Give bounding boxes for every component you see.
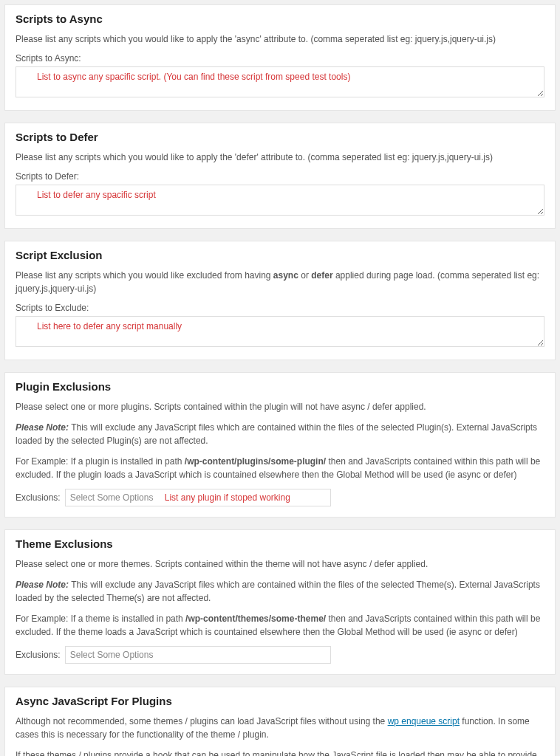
plugin-exclusions-select[interactable]: Select Some Options List any plugin if s… — [65, 489, 331, 506]
theme-exclusions-note: Please Note: This will exclude any JavaS… — [16, 578, 544, 605]
async-js-p1: Although not recommended, some themes / … — [16, 715, 544, 741]
theme-exclusions-desc: Please select one or more themes. Script… — [16, 557, 544, 571]
theme-exclusions-title: Theme Exclusions — [16, 537, 544, 550]
theme-exclusions-label: Exclusions: — [16, 650, 61, 660]
plugin-exclusions-note: Please Note: This will exclude any JavaS… — [16, 421, 544, 447]
plugin-exclusions-label: Exclusions: — [16, 492, 61, 503]
scripts-async-label: Scripts to Async: — [16, 53, 544, 63]
plugin-exclusions-row: Exclusions: Select Some Options List any… — [16, 489, 544, 506]
scripts-exclude-textarea[interactable]: List here to defer any script manually — [16, 316, 544, 347]
async-js-plugins-title: Async JavaScript For Plugins — [16, 695, 544, 707]
plugin-exclusions-panel: Plugin Exclusions Please select one or m… — [4, 372, 556, 518]
scripts-to-defer-panel: Scripts to Defer Please list any scripts… — [4, 123, 556, 229]
script-exclusion-title: Script Exclusion — [16, 249, 544, 261]
theme-exclusions-select[interactable]: Select Some Options — [65, 646, 331, 664]
plugin-exclusions-example: For Example: If a plugin is installed in… — [16, 455, 544, 481]
scripts-exclude-label: Scripts to Exclude: — [16, 303, 544, 313]
scripts-defer-title: Scripts to Defer — [16, 131, 544, 143]
script-exclusion-panel: Script Exclusion Please list any scripts… — [4, 241, 556, 360]
async-js-plugins-panel: Async JavaScript For Plugins Although no… — [4, 687, 556, 756]
scripts-to-async-panel: Scripts to Async Please list any scripts… — [4, 4, 556, 111]
plugin-exclusions-title: Plugin Exclusions — [16, 380, 544, 393]
wp-enqueue-link[interactable]: wp enqueue script — [388, 716, 460, 726]
scripts-async-title: Scripts to Async — [16, 13, 544, 25]
scripts-async-desc: Please list any scripts which you would … — [16, 32, 544, 46]
theme-exclusions-row: Exclusions: Select Some Options — [16, 646, 544, 664]
theme-exclusions-panel: Theme Exclusions Please select one or mo… — [4, 529, 556, 675]
script-exclusion-desc: Please list any scripts which you would … — [16, 269, 544, 295]
scripts-async-textarea[interactable]: List to async any spacific script. (You … — [16, 66, 544, 97]
scripts-defer-textarea[interactable]: List to defer any spacific script — [16, 185, 544, 216]
async-js-p2: If these themes / plugins provide a hook… — [16, 749, 544, 756]
scripts-defer-desc: Please list any scripts which you would … — [16, 151, 544, 164]
theme-exclusions-example: For Example: If a theme is installed in … — [16, 612, 544, 639]
scripts-defer-label: Scripts to Defer: — [16, 171, 544, 182]
plugin-exclusions-desc: Please select one or more plugins. Scrip… — [16, 400, 544, 413]
